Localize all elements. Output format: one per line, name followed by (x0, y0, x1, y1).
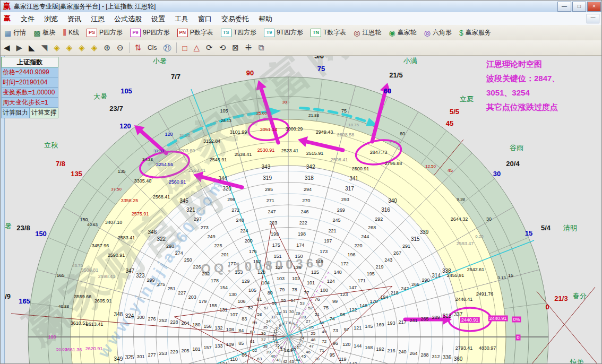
toolbar-item-winner-service[interactable]: $赢家服务 (455, 27, 495, 39)
spiral-number: 124 (327, 279, 335, 284)
triangle-tool-icon[interactable]: △ (191, 42, 203, 54)
spiral-number: 248 (236, 218, 244, 223)
toolbar-item-t-number-table[interactable]: TNT数字表 (307, 27, 350, 39)
zoom-in-icon[interactable]: ⊕ (100, 42, 114, 54)
wheel-label: 4830.97 (479, 346, 496, 351)
spiral-number: 297 (194, 216, 202, 221)
spiral-number: 299 (147, 278, 154, 282)
menu-item-公式选股[interactable]: 公式选股 (109, 13, 147, 24)
wheel-label: 28.13 (221, 119, 231, 123)
toolbar-item-sectors[interactable]: ▩板块 (30, 27, 59, 39)
spiral-number: 219 (375, 265, 383, 270)
spiral-number: 27 (306, 319, 311, 324)
maximize-button[interactable]: □ (572, 2, 586, 12)
spiral-number: 76 (315, 297, 320, 301)
toolbar-item-label: P数字表 (190, 28, 213, 37)
spiral-number: 171 (358, 278, 366, 283)
toolbar-item-kline[interactable]: ⫼K线 (59, 27, 82, 39)
spiral-number: 244 (361, 235, 369, 239)
cls-button[interactable]: Cls (144, 43, 160, 53)
toolbar-item-label: 赢家服务 (466, 28, 491, 37)
next-arrow-icon[interactable]: ▶ (13, 42, 26, 54)
expand-icon[interactable]: ⊠ (229, 42, 242, 54)
toolbar-item-t-square[interactable]: TST四方形 (217, 27, 260, 39)
spiral-number: 341 (349, 176, 358, 181)
wheel-label: 165 (19, 298, 30, 305)
spiral-number: 53 (300, 301, 305, 306)
toolbar-item-9t-square[interactable]: T99T四方形 (260, 27, 307, 39)
wheel-label: 2598.41 (98, 274, 116, 279)
spiral-number: 170 (370, 299, 378, 304)
spiral-number: 168 (365, 345, 373, 350)
screen-icon[interactable]: ⧉ (255, 42, 267, 54)
spiral-number: 109 (226, 342, 234, 347)
calendar-icon[interactable]: ㉑ (160, 42, 174, 54)
toolbar-item-label: 六角形 (433, 28, 452, 37)
menu-items: 文件浏览资讯江恩公式选股设置工具窗口交易委托帮助 (16, 14, 277, 24)
toolbar-item-gann-wheel[interactable]: ◎江恩轮 (350, 27, 385, 39)
flag-left-icon[interactable]: ◣ (25, 42, 38, 54)
spiral-number: 49 (322, 330, 326, 334)
toolbar-item-winner-wheel[interactable]: ◉赢家轮 (385, 27, 420, 39)
spiral-number: 277 (148, 352, 156, 357)
wheel-label: 37.50 (111, 187, 122, 192)
spiral-number: 48 (311, 338, 315, 342)
rotate-cw-icon[interactable]: ⟳ (203, 42, 216, 54)
menu-item-文件[interactable]: 文件 (16, 13, 39, 24)
prev-arrow-icon[interactable]: ◀ (1, 42, 13, 54)
toolbar-item-hexagon[interactable]: ◎六角形 (420, 27, 455, 39)
spiral-number: 216 (387, 348, 395, 353)
zoom-out-icon[interactable]: ⊖ (114, 42, 127, 54)
wheel-label: 15 (525, 230, 532, 237)
wheel-label: 小满 (403, 57, 417, 64)
menu-item-窗口[interactable]: 窗口 (193, 13, 217, 24)
menu-item-浏览[interactable]: 浏览 (39, 13, 63, 24)
spiral-number: 320 (222, 186, 231, 192)
calc-support-button[interactable]: 计算支撑 (30, 108, 58, 118)
spiral-number: 224 (240, 228, 248, 233)
step-left-icon[interactable]: ◈ (50, 42, 63, 54)
spiral-number: 103 (277, 276, 285, 281)
spiral-number: 37 (261, 338, 266, 342)
mdi-minimize-button[interactable]: — (587, 14, 599, 23)
menu-item-设置[interactable]: 设置 (147, 13, 170, 24)
menu-item-江恩[interactable]: 江恩 (86, 13, 109, 24)
wheel-label: 立秋 (44, 142, 58, 149)
spiral-number: 129 (242, 279, 250, 284)
menu-item-工具[interactable]: 工具 (170, 13, 193, 24)
wheel-label: 0 (545, 304, 549, 310)
spiral-number: 288 (420, 352, 428, 357)
rotate-ccw-icon[interactable]: ⟲ (216, 42, 229, 54)
minimize-button[interactable]: — (557, 2, 571, 12)
wheel-label: 30 (486, 217, 492, 222)
flag-right-icon[interactable]: ◥ (38, 42, 51, 54)
spiral-number: 200 (245, 239, 253, 244)
wheel-label: 3254.55 (156, 162, 174, 167)
spiral-number: 173 (320, 249, 328, 254)
spiral-number: 95 (330, 353, 335, 358)
step-up-icon[interactable]: ◈ (75, 42, 88, 54)
calc-resistance-button[interactable]: 计算阻力 (1, 108, 30, 118)
spiral-number: 318 (305, 176, 314, 181)
close-button[interactable]: × (587, 2, 601, 12)
wheel-label: 2575.91 (132, 212, 149, 216)
menu-item-资讯[interactable]: 资讯 (63, 13, 86, 24)
updown-axis-icon[interactable]: ⇅ (132, 42, 145, 54)
collapse-icon[interactable]: ⁜ (242, 42, 255, 54)
spiral-number: 181 (193, 346, 201, 351)
toolbar-item-quotes[interactable]: ▦行情 (1, 27, 30, 39)
menu-item-交易委托[interactable]: 交易委托 (217, 13, 254, 24)
spiral-number: 106 (238, 299, 246, 304)
spiral-number: 315 (411, 237, 420, 242)
step-right-icon[interactable]: ◈ (63, 42, 76, 54)
toolbar-item-p-square[interactable]: PSP四方形 (83, 27, 126, 39)
toolbar-item-p-number-table[interactable]: PNP数字表 (174, 27, 217, 39)
mdi-system-icon[interactable]: 赢 (4, 14, 11, 23)
menu-item-帮助[interactable]: 帮助 (254, 13, 277, 24)
step-down-icon[interactable]: ◈ (88, 42, 101, 54)
highlighted-value-chip: 0 (515, 335, 520, 341)
spiral-number: 296 (227, 197, 235, 202)
square-tool-icon[interactable]: □ (179, 42, 190, 54)
spiral-number: 32 (276, 311, 281, 316)
toolbar-item-9p-square[interactable]: P99P四方形 (126, 27, 174, 39)
